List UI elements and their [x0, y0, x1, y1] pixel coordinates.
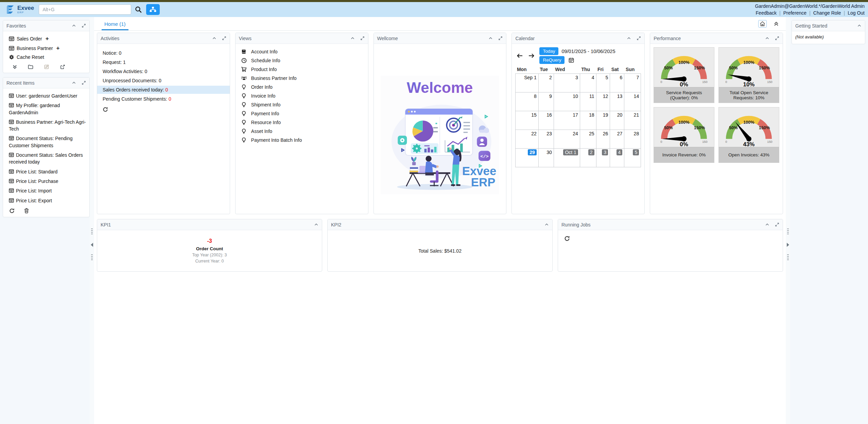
refresh-icon[interactable]: [564, 236, 783, 241]
calendar-day-cell[interactable]: 22: [516, 130, 538, 149]
splitter-grip[interactable]: [787, 228, 789, 235]
view-product-info[interactable]: Product Info: [236, 65, 368, 74]
recent-item[interactable]: Price List: Standard: [3, 167, 89, 176]
collapse-right-arrow[interactable]: [787, 243, 789, 247]
view-invoice-info[interactable]: Invoice Info: [236, 91, 368, 100]
calendar-day-cell[interactable]: 20: [610, 111, 624, 130]
calendar-day-cell-today[interactable]: 29: [516, 149, 538, 167]
calendar-next-arrow[interactable]: [528, 53, 535, 58]
calendar-day-cell[interactable]: 30: [538, 149, 554, 167]
left-splitter[interactable]: [90, 17, 94, 424]
calendar-day-cell[interactable]: 25: [580, 130, 596, 149]
expand-icon[interactable]: [82, 23, 86, 28]
favorite-item-business-partner[interactable]: Business Partner +: [3, 44, 89, 53]
calendar-day-cell[interactable]: 4: [580, 74, 596, 92]
home-button[interactable]: [758, 20, 767, 28]
share-icon[interactable]: [60, 64, 65, 69]
favorite-item-sales-order[interactable]: Sales Order +: [3, 34, 89, 44]
recent-item[interactable]: Price List: Purchase: [3, 176, 89, 186]
expand-icon[interactable]: [775, 222, 779, 227]
calendar-day-cell[interactable]: 3: [554, 74, 580, 92]
edit-pencil-icon[interactable]: [44, 64, 49, 69]
collapse-icon[interactable]: [72, 23, 76, 28]
expand-icon[interactable]: [498, 36, 503, 40]
folder-icon[interactable]: [28, 64, 33, 69]
change-role-link[interactable]: Change Role: [806, 10, 841, 16]
collapse-icon[interactable]: [627, 36, 631, 40]
recent-item[interactable]: Price List: Export: [3, 196, 89, 205]
recent-item[interactable]: Business Partner: Agri-Tech Agri-Tech: [3, 117, 89, 134]
activity-pending-shipments[interactable]: Pending Customer Shipments:0: [97, 95, 230, 103]
calendar-day-cell[interactable]: 17: [554, 111, 580, 130]
calendar-day-cell[interactable]: 4: [610, 149, 624, 167]
collapse-all-icon[interactable]: [774, 21, 779, 27]
calendar-day-cell[interactable]: 21: [624, 111, 641, 130]
new-record-plus-icon[interactable]: +: [56, 45, 60, 52]
expand-icon[interactable]: [637, 36, 641, 40]
calendar-day-cell[interactable]: 27: [610, 130, 624, 149]
activity-workflow[interactable]: Workflow Activities:0: [97, 67, 230, 75]
requery-button[interactable]: ReQuery: [539, 56, 565, 64]
view-account-info[interactable]: Account Info: [236, 47, 368, 56]
tab-home[interactable]: Home (1): [102, 18, 128, 30]
calendar-day-cell[interactable]: 24: [554, 130, 580, 149]
calendar-day-cell[interactable]: 5: [624, 149, 641, 167]
splitter-grip[interactable]: [787, 254, 789, 261]
calendar-day-cell[interactable]: 6: [610, 74, 624, 92]
view-shipment-info[interactable]: Shipment Info: [236, 100, 368, 109]
recent-item[interactable]: Document Status: Sales Orders received t…: [3, 150, 89, 167]
calendar-day-cell[interactable]: 23: [538, 130, 554, 149]
collapse-icon[interactable]: [72, 81, 76, 85]
calendar-day-cell[interactable]: 8: [516, 92, 538, 111]
gauge-open-invoices[interactable]: 50% 100% 150% 0 150 43%: [718, 107, 779, 163]
calendar-day-cell[interactable]: 11: [580, 92, 596, 111]
calendar-day-cell[interactable]: 26: [596, 130, 610, 149]
view-payment-info[interactable]: Payment Info: [236, 109, 368, 118]
calendar-day-cell[interactable]: 3: [596, 149, 610, 167]
view-resource-info[interactable]: Resource Info: [236, 118, 368, 127]
refresh-icon[interactable]: [103, 107, 230, 112]
expand-icon[interactable]: [360, 36, 365, 40]
new-record-plus-icon[interactable]: +: [46, 35, 49, 42]
view-business-partner-info[interactable]: Business Partner Info: [236, 74, 368, 83]
expand-all-icon[interactable]: [12, 64, 17, 69]
calendar-day-cell[interactable]: Oct 1: [554, 149, 580, 167]
expand-icon[interactable]: [775, 36, 779, 40]
calendar-day-cell[interactable]: 2: [580, 149, 596, 167]
view-order-info[interactable]: Order Info: [236, 83, 368, 91]
calendar-day-cell[interactable]: 5: [596, 74, 610, 92]
gauge-total-open-service-requests[interactable]: 50% 100% 150% 0 150 10%: [718, 47, 779, 103]
menu-tree-button[interactable]: [146, 4, 160, 15]
calendar-day-cell[interactable]: 14: [624, 92, 641, 111]
calendar-day-cell[interactable]: 18: [580, 111, 596, 130]
today-button[interactable]: Today: [539, 47, 558, 55]
collapse-left-arrow[interactable]: [91, 243, 93, 247]
view-payment-into-batch-info[interactable]: Payment Into Batch Info: [236, 136, 368, 145]
recent-item[interactable]: User: gardenusr GardenUser: [3, 91, 89, 101]
log-out-link[interactable]: Log Out: [841, 10, 865, 16]
collapse-icon[interactable]: [765, 36, 769, 40]
gauge-invoice-revenue[interactable]: 50% 100% 150% 0 150 0%: [654, 107, 714, 163]
collapse-icon[interactable]: [544, 222, 549, 227]
collapse-icon[interactable]: [350, 36, 355, 40]
splitter-grip[interactable]: [91, 254, 93, 261]
calendar-prev-arrow[interactable]: [517, 53, 523, 58]
calendar-day-cell[interactable]: 13: [610, 92, 624, 111]
calendar-day-cell[interactable]: 10: [554, 92, 580, 111]
collapse-icon[interactable]: [857, 23, 862, 28]
calendar-day-cell[interactable]: 15: [516, 111, 538, 130]
activity-notice[interactable]: Notice:0: [97, 49, 230, 57]
recent-item[interactable]: Price List: Import: [3, 186, 89, 196]
calendar-day-cell[interactable]: 16: [538, 111, 554, 130]
splitter-grip[interactable]: [91, 228, 93, 235]
collapse-icon[interactable]: [314, 222, 318, 227]
view-schedule-info[interactable]: Schedule Info: [236, 56, 368, 65]
preference-link[interactable]: Preference: [777, 10, 806, 16]
expand-icon[interactable]: [222, 36, 226, 40]
refresh-icon[interactable]: [9, 208, 15, 214]
trash-icon[interactable]: [24, 208, 29, 214]
recent-item[interactable]: Document Status: Pending Customer Shipme…: [3, 134, 89, 150]
favorite-item-cache-reset[interactable]: Cache Reset: [3, 53, 89, 61]
calendar-day-cell[interactable]: 7: [624, 74, 641, 92]
view-asset-info[interactable]: Asset Info: [236, 127, 368, 136]
